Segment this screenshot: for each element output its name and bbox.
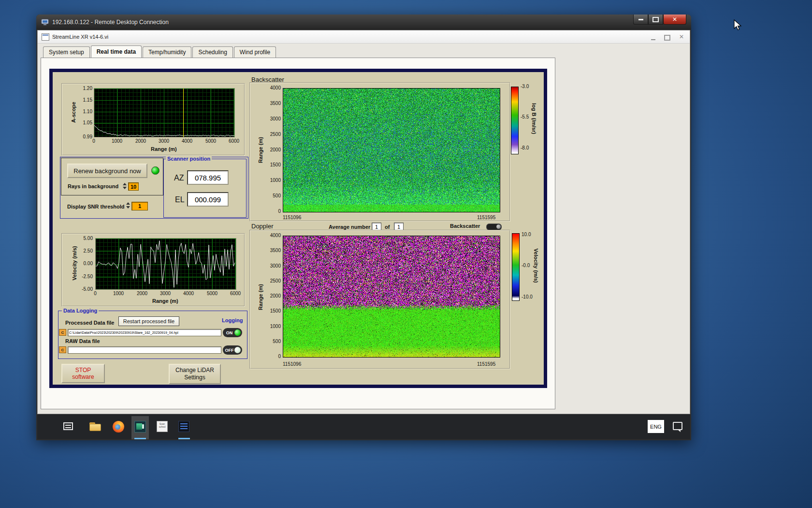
app-restore-button[interactable] (664, 33, 670, 41)
backscatter-ytick: 0 (261, 209, 281, 214)
language-indicator[interactable]: ENG (648, 420, 664, 433)
colorbar-tick: -3.0 (521, 84, 529, 89)
tab-real-time-data[interactable]: Real time data (91, 45, 142, 58)
renew-background-button[interactable]: Renew background now (67, 164, 147, 178)
desktop-background: 192.168.0.122 - Remote Desktop Connectio… (0, 0, 812, 508)
change-lidar-settings-button[interactable]: Change LiDAR Settings (169, 364, 221, 384)
backscatter-ytick: 4000 (261, 85, 281, 90)
velocity-xtick: 4000 (183, 291, 194, 296)
tab-scheduling[interactable]: Scheduling (192, 46, 232, 58)
doppler-ytick: 500 (261, 339, 281, 344)
toggle-led-on (234, 329, 241, 336)
ascope-xtick: 0 (92, 138, 95, 144)
velocity-xtick: 6000 (230, 291, 241, 296)
ascope-ytick: 1.20 (72, 86, 92, 91)
file-explorer-icon[interactable] (89, 421, 101, 433)
snr-spinner[interactable] (126, 202, 130, 210)
restore-icon (664, 35, 670, 41)
tab-label: System setup (49, 49, 84, 56)
raw-path-field[interactable] (68, 346, 221, 354)
rdp-titlebar[interactable]: 192.168.0.122 - Remote Desktop Connectio… (36, 15, 691, 30)
backscatter-toggle-label: Backscatter (450, 223, 480, 229)
task-view-icon[interactable] (63, 421, 75, 433)
snr-threshold-label: Display SNR threshold (67, 204, 125, 209)
restart-processed-file-button[interactable]: Restart processed file (118, 316, 179, 326)
spinner-down-icon (126, 206, 130, 209)
rdp-close-button[interactable]: ✕ (663, 15, 686, 25)
app-titlebar[interactable]: StreamLine XR v14-6.vi ✕ (38, 30, 690, 44)
colorbar-tick: -0.0 (522, 263, 530, 268)
rdp-window: 192.168.0.122 - Remote Desktop Connectio… (36, 15, 691, 440)
stop-label-line2: software (72, 374, 94, 380)
app-close-button[interactable]: ✕ (679, 32, 684, 41)
stop-software-button[interactable]: STOP software (61, 364, 105, 383)
app-title: StreamLine XR v14-6.vi (52, 34, 108, 40)
colorbar-tick: -8.0 (521, 145, 529, 150)
velocity-xtick: 2000 (137, 291, 147, 296)
ascope-xtick: 5000 (205, 138, 216, 144)
minimize-icon (638, 19, 643, 20)
tab-label: Wind profile (240, 49, 270, 56)
processed-logging-toggle[interactable]: ON (223, 328, 242, 337)
remote-app-icon[interactable] (134, 421, 146, 433)
raw-logging-toggle[interactable]: OFF (223, 345, 242, 355)
toggle-label: ON (224, 330, 234, 335)
backscatter-heatmap (283, 88, 500, 212)
doppler-ytick: 2500 (261, 278, 281, 284)
doppler-ytick: 1000 (261, 324, 281, 329)
taskbar: Scan sched ENG (37, 414, 690, 439)
notification-icon[interactable] (673, 422, 682, 430)
backscatter-toggle[interactable] (486, 224, 502, 230)
tab-system-setup[interactable]: System setup (43, 46, 90, 58)
firefox-icon[interactable] (113, 421, 124, 433)
app-window: StreamLine XR v14-6.vi ✕ System setup Re… (37, 30, 690, 414)
app-icon (42, 33, 49, 41)
main-panel: A-scope 1.20 1.15 1.10 1.05 0.99 0 1000 … (49, 69, 547, 388)
snr-value[interactable]: 1 (131, 202, 148, 210)
tab-strip: System setup Real time data Temp/humidit… (43, 46, 277, 58)
doppler-colorbar (512, 233, 520, 301)
backscatter-ytick: 2000 (261, 147, 281, 152)
backscatter-ytick: 3000 (261, 116, 281, 121)
remote-session: StreamLine XR v14-6.vi ✕ System setup Re… (37, 30, 690, 439)
ascope-plot (94, 88, 235, 137)
rdp-restore-button[interactable] (648, 15, 663, 25)
ascope-graph: A-scope 1.20 1.15 1.10 1.05 0.99 0 1000 … (61, 83, 245, 156)
doppler-title: Doppler (251, 223, 274, 230)
average-number-label: Average number (329, 224, 370, 230)
spinner-up-icon (123, 183, 127, 185)
mouse-cursor (733, 19, 744, 31)
tab-wind-profile[interactable]: Wind profile (234, 46, 276, 58)
processed-path-field[interactable]: C:\Lidar\Data\Proc\2023\202309\20230919\… (68, 329, 221, 336)
raw-path-drive-icon[interactable]: C (59, 346, 66, 353)
doppler-ytick: 2000 (261, 293, 281, 299)
ascope-ytick: 0.99 (72, 134, 92, 139)
toggle-knob (496, 224, 501, 229)
rays-spinner[interactable] (123, 183, 127, 191)
scan-scheduler-icon[interactable]: Scan sched (157, 421, 168, 433)
velocity-xtick: 3000 (160, 291, 171, 296)
app-minimize-button[interactable] (651, 34, 655, 40)
backscatter-colorbar-label: log B (/m/sr) (531, 103, 537, 134)
ascope-xtick: 2000 (135, 138, 146, 144)
running-indicator (178, 438, 190, 439)
tab-label: Temp/humidity (148, 49, 186, 56)
spinner-down-icon (123, 187, 127, 189)
close-icon: ✕ (679, 33, 684, 40)
document-list-icon[interactable] (178, 421, 190, 433)
backscatter-ytick: 3500 (261, 101, 281, 106)
processed-path-drive-icon[interactable]: C (59, 329, 66, 336)
colorbar-tick: -10.0 (522, 294, 533, 299)
toggle-led-off (234, 347, 241, 353)
velocity-xtick: 0 (94, 291, 97, 296)
tab-label: Scheduling (198, 49, 227, 56)
front-panel-page: A-scope 1.20 1.15 1.10 1.05 0.99 0 1000 … (41, 58, 555, 409)
minimize-icon (651, 39, 655, 40)
velocity-xlabel: Range (m) (152, 298, 178, 304)
velocity-ytick: 0.00 (72, 261, 93, 266)
tab-temp-humidity[interactable]: Temp/humidity (143, 46, 191, 58)
scanner-position-group (163, 159, 246, 218)
rays-value[interactable]: 10 (128, 182, 139, 191)
rdp-minimize-button[interactable] (633, 15, 648, 25)
velocity-xtick: 5000 (207, 291, 218, 296)
